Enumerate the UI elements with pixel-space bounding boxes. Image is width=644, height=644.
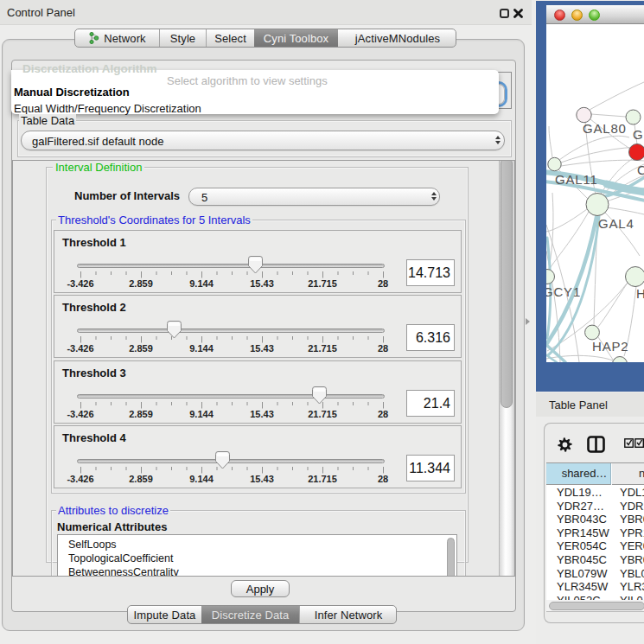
svg-text:GAL4: GAL4 (598, 216, 634, 231)
svg-text:GAL80: GAL80 (583, 121, 627, 136)
svg-text:GCY1: GCY1 (546, 284, 581, 299)
svg-text:H: H (636, 286, 644, 301)
svg-text:HAP2: HAP2 (592, 339, 628, 354)
svg-text:C: C (637, 163, 644, 177)
svg-text:G.: G. (633, 127, 644, 142)
svg-text:GAL11: GAL11 (555, 172, 598, 187)
